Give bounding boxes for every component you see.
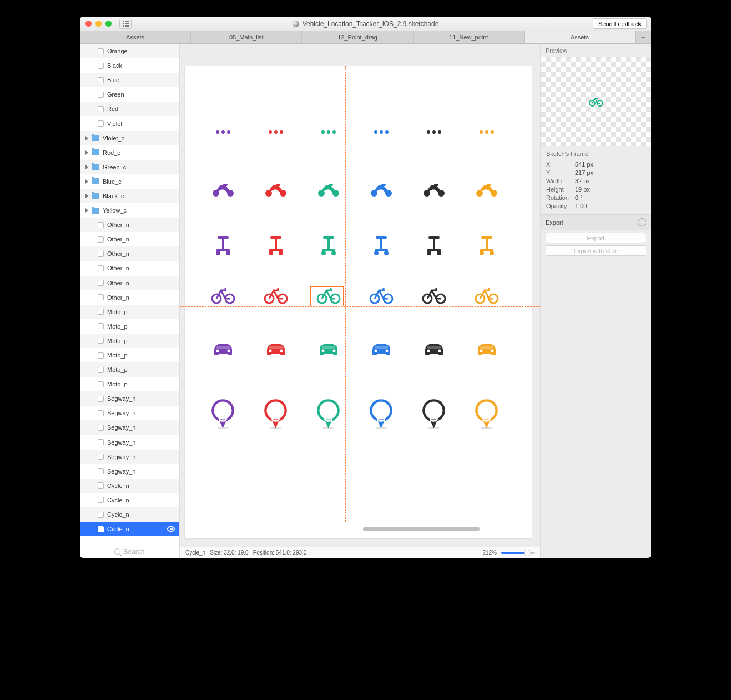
- layer-row[interactable]: Red_c: [80, 145, 179, 160]
- car-icon[interactable]: [421, 341, 446, 357]
- motorcycle-icon[interactable]: [474, 183, 499, 197]
- motorcycle-icon[interactable]: [210, 183, 235, 197]
- layer-row[interactable]: Orange: [80, 44, 179, 58]
- close-icon[interactable]: [85, 21, 92, 27]
- minimize-icon[interactable]: [95, 21, 102, 27]
- eye-icon[interactable]: [167, 526, 175, 532]
- zoom-slider[interactable]: [501, 552, 535, 554]
- segway-icon[interactable]: [210, 235, 235, 255]
- layers-list[interactable]: OrangeBlackBlueGreenRedVioletViolet_cRed…: [80, 44, 179, 545]
- segway-icon[interactable]: [369, 235, 394, 255]
- layer-row[interactable]: Moto_p: [80, 319, 179, 334]
- pin-icon[interactable]: [369, 392, 394, 436]
- canvas[interactable]: [180, 44, 540, 547]
- layer-row[interactable]: Segway_n: [80, 435, 179, 450]
- car-icon[interactable]: [474, 341, 499, 357]
- layer-row[interactable]: Moto_p: [80, 362, 179, 377]
- layer-row[interactable]: Cycle_n: [80, 493, 179, 507]
- motorcycle-icon[interactable]: [369, 183, 394, 197]
- checkbox-icon[interactable]: [98, 381, 104, 387]
- layer-row[interactable]: Violet_c: [80, 131, 179, 145]
- layer-row[interactable]: Moto_p: [80, 377, 179, 391]
- segway-icon[interactable]: [263, 235, 288, 255]
- pin-icon[interactable]: [474, 392, 499, 436]
- checkbox-icon[interactable]: [98, 222, 104, 228]
- layer-row[interactable]: Green: [80, 87, 179, 102]
- tab-assets-right[interactable]: Assets: [525, 31, 636, 43]
- layer-row[interactable]: Segway_n: [80, 420, 179, 435]
- layer-row[interactable]: Segway_n: [80, 450, 179, 464]
- layer-row[interactable]: Moto_p: [80, 348, 179, 362]
- segway-icon[interactable]: [316, 235, 341, 255]
- layer-row[interactable]: Green_c: [80, 160, 179, 174]
- layer-row[interactable]: Other_n: [80, 261, 179, 275]
- checkbox-icon[interactable]: [98, 77, 104, 83]
- bicycle-icon[interactable]: [210, 288, 235, 304]
- checkbox-icon[interactable]: [98, 120, 104, 127]
- export-button[interactable]: Export: [546, 233, 646, 243]
- layer-row[interactable]: Moto_p: [80, 305, 179, 319]
- layer-row[interactable]: Cycle_n: [80, 522, 179, 536]
- pin-icon[interactable]: [210, 392, 235, 436]
- checkbox-icon[interactable]: [98, 323, 104, 329]
- segway-icon[interactable]: [474, 235, 499, 255]
- checkbox-icon[interactable]: [98, 396, 104, 402]
- checkbox-icon[interactable]: [98, 526, 104, 532]
- tab-11-new-point[interactable]: 11_New_point: [414, 31, 525, 43]
- search-field[interactable]: Search: [80, 545, 179, 558]
- bicycle-icon[interactable]: [369, 288, 394, 304]
- checkbox-icon[interactable]: [98, 425, 104, 431]
- layer-row[interactable]: Other_n: [80, 232, 179, 246]
- layer-row[interactable]: Moto_p: [80, 334, 179, 348]
- checkbox-icon[interactable]: [98, 497, 104, 503]
- layer-row[interactable]: Cycle_n: [80, 507, 179, 522]
- other-icon[interactable]: [369, 130, 394, 134]
- other-icon[interactable]: [474, 130, 499, 134]
- bicycle-icon[interactable]: [474, 288, 499, 304]
- other-icon[interactable]: [316, 130, 341, 134]
- bicycle-icon[interactable]: [316, 288, 341, 304]
- other-icon[interactable]: [421, 130, 446, 134]
- layer-row[interactable]: Yellow_c: [80, 203, 179, 218]
- checkbox-icon[interactable]: [98, 367, 104, 373]
- checkbox-icon[interactable]: [98, 265, 104, 271]
- other-icon[interactable]: [210, 130, 235, 134]
- export-with-slice-button[interactable]: Export with slice: [546, 245, 646, 256]
- car-icon[interactable]: [263, 341, 288, 357]
- layer-row[interactable]: Blue_c: [80, 174, 179, 189]
- add-tab-button[interactable]: +: [636, 31, 651, 43]
- pin-icon[interactable]: [316, 392, 341, 436]
- checkbox-icon[interactable]: [98, 439, 104, 445]
- layer-row[interactable]: Segway_n: [80, 391, 179, 406]
- other-icon[interactable]: [263, 130, 288, 134]
- checkbox-icon[interactable]: [98, 352, 104, 359]
- layer-row[interactable]: Segway_n: [80, 464, 179, 479]
- checkbox-icon[interactable]: [98, 280, 104, 286]
- motorcycle-icon[interactable]: [316, 183, 341, 197]
- checkbox-icon[interactable]: [98, 92, 104, 98]
- checkbox-icon[interactable]: [98, 338, 104, 344]
- zoom-knob[interactable]: [524, 550, 531, 556]
- layer-row[interactable]: Black: [80, 58, 179, 73]
- checkbox-icon[interactable]: [98, 294, 104, 300]
- layer-row[interactable]: Other_n: [80, 276, 179, 290]
- pin-icon[interactable]: [421, 392, 446, 436]
- checkbox-icon[interactable]: [98, 48, 104, 54]
- checkbox-icon[interactable]: [98, 482, 104, 489]
- export-section-header[interactable]: Export +: [541, 214, 651, 230]
- checkbox-icon[interactable]: [98, 309, 104, 315]
- motorcycle-icon[interactable]: [421, 183, 446, 197]
- checkbox-icon[interactable]: [98, 251, 104, 257]
- grid-toggle-button[interactable]: [119, 19, 132, 29]
- bicycle-icon[interactable]: [263, 288, 288, 304]
- horizontal-scrollbar[interactable]: [363, 527, 480, 531]
- layer-row[interactable]: Other_n: [80, 218, 179, 232]
- checkbox-icon[interactable]: [98, 512, 104, 518]
- car-icon[interactable]: [369, 341, 394, 357]
- layer-row[interactable]: Violet: [80, 116, 179, 130]
- checkbox-icon[interactable]: [98, 410, 104, 416]
- segway-icon[interactable]: [421, 235, 446, 255]
- tab-12-point-drag[interactable]: 12_Point_drag: [302, 31, 413, 43]
- add-export-icon[interactable]: +: [638, 218, 646, 226]
- tab-05-main-list[interactable]: 05_Main_list: [191, 31, 302, 43]
